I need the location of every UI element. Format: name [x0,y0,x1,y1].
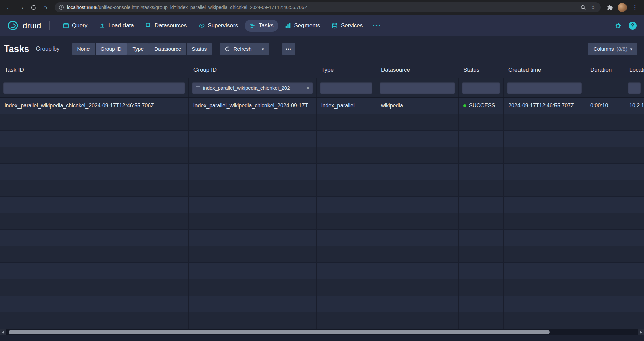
empty-cell [624,147,644,163]
profile-avatar[interactable] [618,3,627,12]
empty-cell [504,312,585,329]
group-by-type-button[interactable]: Type [127,43,149,55]
cell-location: 10.2.1. [624,98,644,114]
refresh-interval-dropdown-button[interactable]: ▾ [257,43,269,55]
empty-cell [624,312,644,329]
scroll-left-button[interactable] [0,329,6,335]
column-header-duration[interactable]: Duration [585,62,624,78]
reload-icon[interactable] [28,2,39,13]
empty-cell [189,263,317,279]
empty-cell [376,263,459,279]
url-text: localhost:8888/unified-console.html#task… [67,5,577,10]
empty-cell [0,213,189,229]
column-header-location[interactable]: Location [624,62,644,78]
empty-cell [376,131,459,147]
eye-icon [199,23,205,29]
nav-item-services[interactable]: Services [327,20,368,32]
group-by-datasource-button[interactable]: Datasource [149,43,186,55]
empty-cell [0,230,189,246]
nav-label: Query [72,22,87,29]
nav-item-query[interactable]: Query [58,20,93,32]
column-header-created-time[interactable]: Created time [504,62,585,78]
columns-dropdown-button[interactable]: Columns (8/8) ▾ [588,43,637,55]
table-row-empty [0,180,644,197]
group-id-filter-input[interactable]: index_parallel_wikipedia_chicnkei_202 × [192,82,313,94]
table-row-empty [0,131,644,147]
status-filter-input[interactable] [462,82,500,94]
nav-more-icon[interactable]: ••• [369,20,385,31]
table-row-empty [0,197,644,213]
forward-icon[interactable]: → [15,2,27,13]
column-header-status[interactable]: Status [459,62,504,78]
zoom-icon[interactable] [580,5,586,10]
empty-cell [189,279,317,296]
browser-menu-icon[interactable]: ⋮ [629,2,641,13]
extensions-icon[interactable] [604,2,615,13]
empty-cell [459,263,504,279]
group-by-group-id-button[interactable]: Group ID [96,43,127,55]
empty-cell [585,246,624,262]
group-by-button-group: None Group ID Type Datasource Status [72,43,212,55]
created-time-filter-input[interactable] [507,82,582,94]
druid-logo[interactable]: druid [7,20,41,31]
horizontal-scrollbar[interactable] [0,329,644,335]
empty-cell [585,180,624,196]
group-by-none-button[interactable]: None [72,43,95,55]
empty-cell [585,263,624,279]
table-row-empty [0,164,644,180]
datasource-filter-input[interactable] [380,82,455,94]
column-header-task-id[interactable]: Task ID [0,62,189,78]
cell-created-time: 2024-09-17T12:46:55.707Z [504,98,585,114]
scrollbar-thumb[interactable] [9,330,550,334]
table-row-empty [0,114,644,131]
nav-item-datasources[interactable]: Datasources [141,20,192,32]
database-icon [332,23,338,29]
tasks-toolbar: Tasks Group by None Group ID Type Dataso… [0,36,644,62]
cell-datasource: wikipedia [376,98,459,114]
task-id-filter-input[interactable] [3,82,185,94]
filter-icon [195,86,200,90]
group-by-label: Group by [36,45,60,52]
location-filter-input[interactable] [628,82,641,94]
empty-cell [585,230,624,246]
status-success-dot [463,104,466,107]
empty-cell [504,296,585,312]
cell-task-id: index_parallel_wikipedia_chicnkei_2024-0… [0,98,189,114]
group-by-status-button[interactable]: Status [187,43,212,55]
bookmark-star-icon[interactable]: ☆ [589,4,597,11]
address-bar[interactable]: localhost:8888/unified-console.html#task… [55,2,601,12]
more-actions-button[interactable]: ••• [282,43,295,55]
filter-cell-task-id [0,78,189,97]
settings-gear-icon[interactable] [614,22,622,29]
empty-cell [585,131,624,147]
clear-filter-icon[interactable]: × [306,85,310,91]
empty-cell [189,213,317,229]
column-header-datasource[interactable]: Datasource [376,62,459,78]
scroll-right-button[interactable] [638,329,644,335]
druid-logo-icon [7,20,20,31]
home-icon[interactable]: ⌂ [40,2,51,13]
page-title: Tasks [4,44,29,54]
nav-item-segments[interactable]: Segments [280,20,325,32]
column-header-type[interactable]: Type [317,62,376,78]
nav-item-supervisors[interactable]: Supervisors [193,20,243,32]
nav-item-load-data[interactable]: Load data [94,20,139,32]
nav-label: Load data [108,22,134,29]
site-info-icon[interactable] [59,5,64,10]
help-icon[interactable]: ? [629,22,637,30]
refresh-button[interactable]: Refresh [220,43,256,55]
column-header-group-id[interactable]: Group ID [189,62,317,78]
cell-duration: 0:00:10 [585,98,624,114]
back-icon[interactable]: ← [3,2,15,13]
table-row[interactable]: index_parallel_wikipedia_chicnkei_2024-0… [0,98,644,114]
nav-label: Datasources [155,22,187,29]
type-filter-input[interactable] [320,82,372,94]
empty-cell [317,312,376,329]
empty-cell [504,246,585,262]
filter-cell-datasource [376,78,459,97]
empty-cell [0,147,189,163]
empty-cell [376,213,459,229]
empty-cell [459,147,504,163]
app-navbar: druid Query Load data Datasources Superv… [0,15,644,36]
nav-item-tasks[interactable]: Tasks [245,20,278,32]
